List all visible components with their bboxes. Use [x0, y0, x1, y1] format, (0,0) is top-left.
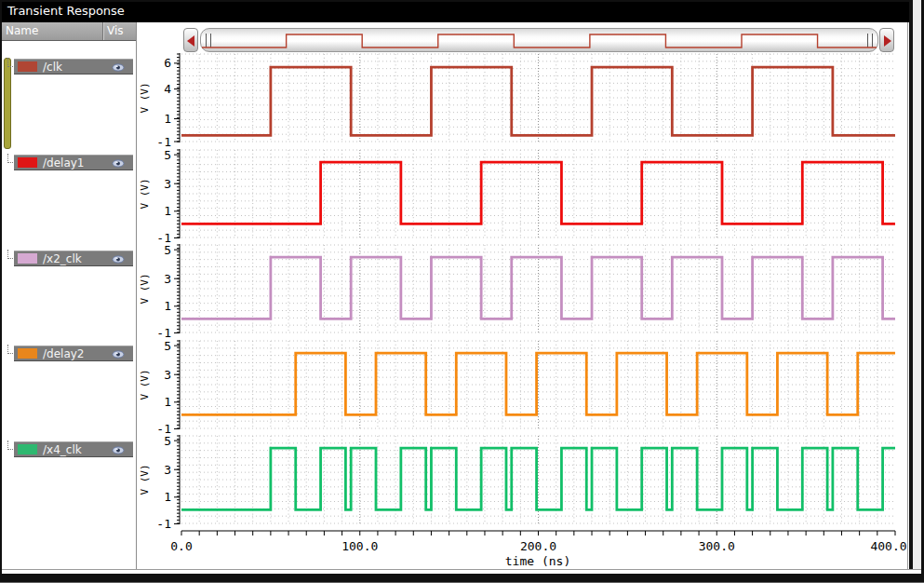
- y-tick-label: 3: [164, 463, 171, 477]
- y-tick-label: 5: [164, 243, 171, 257]
- window-frame-right-margin: [913, 0, 921, 583]
- y-axis-ruler: 641-1: [156, 53, 180, 149]
- plot-row-clk: 641-1V (V): [139, 53, 895, 149]
- y-axis-title: V (V): [139, 82, 151, 113]
- y-axis-title: V (V): [139, 273, 151, 304]
- plot-row-delay2: 531-1V (V): [139, 339, 895, 436]
- y-axis-ruler: 531-1: [156, 243, 180, 340]
- y-axis-title: V (V): [139, 464, 151, 495]
- y-tick-label: 1: [164, 299, 171, 313]
- y-tick-label: 3: [164, 368, 171, 382]
- y-tick-label: 5: [164, 339, 171, 353]
- y-tick-label: 1: [164, 204, 171, 218]
- plot-row-x2-clk: 531-1V (V): [139, 243, 895, 340]
- x-tick-label: 200.0: [520, 539, 556, 553]
- y-tick-label: -1: [156, 517, 171, 531]
- y-tick-label: 4: [164, 82, 171, 96]
- x-axis-title: time (ns): [505, 554, 570, 568]
- x-tick-label: 300.0: [699, 539, 735, 553]
- y-axis-title: V (V): [139, 369, 151, 400]
- y-tick-label: 6: [164, 56, 171, 70]
- y-tick-label: 5: [164, 148, 171, 162]
- x-axis: 0.0100.0200.0300.0400.0time (ns): [170, 531, 906, 568]
- x-tick-label: 100.0: [341, 539, 378, 553]
- y-axis-ruler: 531-1: [156, 148, 180, 245]
- y-axis-title: V (V): [139, 178, 151, 209]
- y-tick-label: -1: [156, 135, 171, 149]
- window-frame-left: [0, 0, 2, 583]
- y-axis-ruler: 531-1: [156, 339, 180, 436]
- window-frame-bottom: [0, 574, 924, 582]
- plot-row-x4-clk: 531-1V (V): [139, 434, 895, 531]
- x-tick-label: 400.0: [870, 539, 906, 553]
- window-frame-right-line: [907, 22, 908, 570]
- y-tick-label: 1: [164, 112, 171, 126]
- y-axis-ruler: 531-1: [156, 434, 180, 531]
- y-tick-label: 3: [164, 177, 171, 191]
- window-frame: [0, 0, 924, 2]
- plot-canvas: 641-1V (V)531-1V (V)531-1V (V)531-1V (V)…: [0, 0, 924, 583]
- waveform-viewer-window: Transient Response Name Vis /clk/delay1/…: [0, 0, 924, 583]
- y-tick-label: 1: [164, 490, 171, 504]
- plot-row-delay1: 531-1V (V): [139, 148, 895, 245]
- x-tick-label: 0.0: [170, 539, 192, 553]
- y-tick-label: 5: [164, 434, 171, 448]
- y-tick-label: 1: [164, 395, 171, 409]
- y-tick-label: 3: [164, 272, 171, 286]
